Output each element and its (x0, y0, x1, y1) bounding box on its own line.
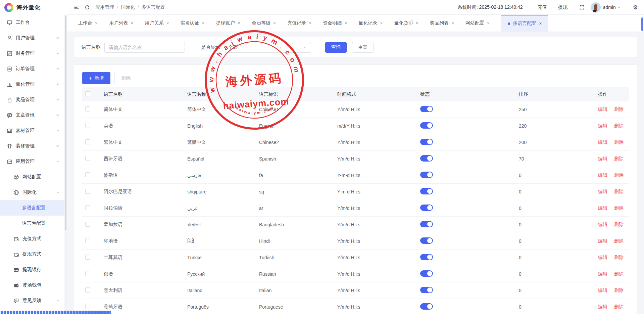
row-checkbox[interactable] (85, 123, 90, 128)
delete-link[interactable]: 删除 (614, 238, 624, 244)
delete-link[interactable]: 删除 (614, 189, 624, 195)
delete-link[interactable]: 删除 (614, 304, 624, 310)
row-checkbox[interactable] (85, 287, 90, 293)
delete-button[interactable]: 删除 (114, 72, 137, 84)
row-checkbox[interactable] (85, 304, 90, 309)
status-toggle[interactable] (420, 287, 433, 293)
sidebar-item-财务管理[interactable]: 财务管理 (0, 46, 64, 61)
tab-close-icon[interactable]: × (416, 21, 418, 26)
avatar[interactable] (591, 2, 601, 12)
edit-link[interactable]: 编辑 (598, 189, 607, 195)
select-all-checkbox[interactable] (85, 91, 90, 96)
delete-link[interactable]: 删除 (614, 205, 624, 211)
add-button[interactable]: + 新增 (82, 72, 110, 84)
row-checkbox[interactable] (85, 139, 90, 144)
sidebar-scrollbar-thumb[interactable] (65, 15, 66, 230)
sidebar-item-量化管理[interactable]: 量化管理 (0, 77, 64, 92)
edit-link[interactable]: 编辑 (598, 156, 607, 162)
tabbar-scroll-indicator[interactable] (641, 17, 643, 31)
row-checkbox[interactable] (85, 172, 90, 177)
tab-量化货币[interactable]: 量化货币 × (394, 15, 418, 32)
status-toggle[interactable] (420, 122, 433, 129)
sidebar-item-订单管理[interactable]: 订单管理 (0, 61, 64, 77)
tab-close-icon[interactable]: × (539, 21, 542, 26)
status-toggle[interactable] (420, 106, 433, 112)
tab-close-icon[interactable]: × (273, 21, 276, 26)
status-toggle[interactable] (420, 303, 433, 310)
status-toggle[interactable] (420, 155, 433, 162)
status-toggle[interactable] (420, 254, 433, 260)
refresh-icon[interactable] (85, 5, 90, 10)
delete-link[interactable]: 删除 (614, 139, 624, 145)
breadcrumb-item[interactable]: 多语言配置 (142, 4, 165, 10)
sidebar-item-奖品管理[interactable]: 奖品管理 (0, 92, 64, 107)
tab-会员等级[interactable]: 会员等级 × (252, 15, 276, 32)
sidebar-item-提现银行[interactable]: 提现银行 (0, 262, 64, 277)
row-checkbox[interactable] (85, 189, 90, 194)
breadcrumb-item[interactable]: 国际化 (121, 4, 135, 10)
tab-多语言配置[interactable]: 多语言配置 × (501, 15, 548, 32)
show-filter-select[interactable]: 全部 (224, 42, 311, 53)
delete-link[interactable]: 删除 (614, 222, 624, 228)
sidebar-item-多语言配置[interactable]: 多语言配置 (0, 200, 64, 216)
sidebar-item-提现方式[interactable]: 提现方式 (0, 246, 64, 262)
edit-link[interactable]: 编辑 (598, 106, 607, 113)
sidebar-item-网站配置[interactable]: 网站配置 (0, 169, 64, 185)
edit-link[interactable]: 编辑 (598, 271, 607, 277)
tab-close-icon[interactable]: × (202, 21, 205, 26)
edit-link[interactable]: 编辑 (598, 123, 607, 129)
tab-close-icon[interactable]: × (95, 21, 98, 26)
search-button[interactable]: 查询 (325, 42, 347, 53)
gear-icon[interactable]: ⚙ (633, 4, 638, 11)
sidebar-item-工作台[interactable]: 工作台 (0, 15, 64, 30)
tab-close-icon[interactable]: × (309, 21, 311, 26)
row-checkbox[interactable] (85, 271, 90, 276)
sidebar-item-充值方式[interactable]: 充值方式 (0, 231, 64, 246)
sidebar-item-波场钱包[interactable]: 波场钱包 (0, 277, 64, 293)
status-toggle[interactable] (420, 172, 433, 178)
sidebar-item-素材管理[interactable]: 素材管理 (0, 123, 64, 138)
tab-充值记录[interactable]: 充值记录 × (287, 15, 311, 32)
tab-奖品列表[interactable]: 奖品列表 × (430, 15, 454, 32)
row-checkbox[interactable] (85, 222, 90, 227)
reset-button[interactable]: 重置 (352, 42, 374, 53)
tab-用户关系[interactable]: 用户关系 × (145, 15, 169, 32)
sidebar-item-意见反馈[interactable]: 意见反馈 (0, 293, 64, 308)
row-checkbox[interactable] (85, 255, 90, 260)
tab-close-icon[interactable]: × (344, 21, 347, 26)
edit-link[interactable]: 编辑 (598, 222, 607, 228)
status-toggle[interactable] (420, 237, 433, 244)
tab-实名认证[interactable]: 实名认证 × (181, 15, 205, 32)
sidebar-item-用户管理[interactable]: 用户管理 (0, 30, 64, 46)
status-toggle[interactable] (420, 139, 433, 145)
edit-link[interactable]: 编辑 (598, 172, 607, 178)
status-toggle[interactable] (420, 205, 433, 211)
sidebar-item-语言包配置[interactable]: 语言包配置 (0, 216, 64, 231)
status-toggle[interactable] (420, 270, 433, 277)
tab-close-icon[interactable]: × (451, 21, 454, 26)
row-checkbox[interactable] (85, 156, 90, 161)
sidebar-scrollbar[interactable] (64, 15, 67, 314)
sidebar-item-装修管理[interactable]: 装修管理 (0, 138, 64, 154)
edit-link[interactable]: 编辑 (598, 304, 607, 310)
delete-link[interactable]: 删除 (614, 123, 624, 129)
sidebar-item-文章资讯[interactable]: 文章资讯 (0, 107, 64, 123)
edit-link[interactable]: 编辑 (598, 255, 607, 261)
row-checkbox[interactable] (85, 238, 90, 243)
tab-close-icon[interactable]: × (166, 21, 169, 26)
delete-link[interactable]: 删除 (614, 287, 624, 294)
tab-量化记录[interactable]: 量化记录 × (359, 15, 383, 32)
delete-link[interactable]: 删除 (614, 156, 624, 162)
withdraw-link[interactable]: 提现 (558, 4, 568, 10)
edit-link[interactable]: 编辑 (598, 238, 607, 244)
delete-link[interactable]: 删除 (614, 172, 624, 178)
user-menu[interactable]: admin (603, 5, 621, 10)
tab-close-icon[interactable]: × (487, 21, 490, 26)
tab-close-icon[interactable]: × (380, 21, 383, 26)
recharge-link[interactable]: 充值 (538, 4, 547, 10)
collapse-menu-icon[interactable] (74, 5, 79, 10)
tab-close-icon[interactable]: × (238, 21, 240, 26)
language-name-input[interactable] (104, 42, 185, 53)
tab-工作台[interactable]: 工作台 × (78, 15, 98, 32)
status-toggle[interactable] (420, 221, 433, 227)
